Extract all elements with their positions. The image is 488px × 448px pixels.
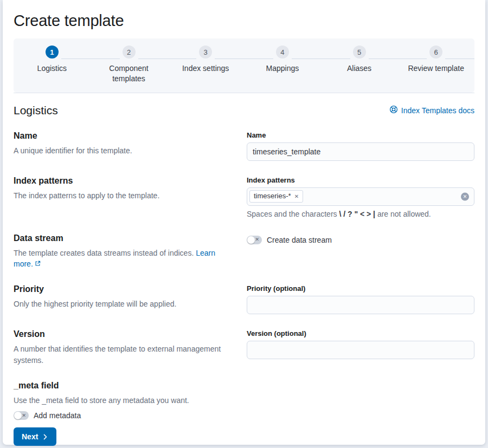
row-subtitle: The index patterns to apply to the templ… (14, 190, 234, 201)
stepper-divider (14, 93, 474, 93)
add-metadata-switch-row: ✕ Add metadata (14, 411, 234, 420)
row-title: _meta field (14, 381, 234, 391)
index-pattern-chip: timeseries-* ✕ (249, 190, 303, 203)
step-number-badge: 2 (123, 46, 136, 59)
help-prefix: Spaces and the characters (247, 210, 339, 218)
step-number-badge: 3 (199, 46, 212, 59)
description-text: The template creates data streams instea… (14, 249, 196, 257)
row-description: Data stream The template creates data st… (14, 233, 234, 270)
name-field-label: Name (247, 131, 474, 139)
page-title: Create template (14, 0, 474, 30)
help-suffix: are not allowed. (375, 210, 431, 218)
row-description: Version A number that identifies the tem… (14, 329, 234, 366)
toggle-knob (14, 412, 22, 419)
chip-remove-icon[interactable]: ✕ (294, 193, 299, 200)
step-number-badge: 1 (46, 46, 59, 59)
row-subtitle: Only the highest priority template will … (14, 298, 234, 309)
step-label: Aliases (347, 63, 371, 74)
toggle-off-icon: ✕ (22, 413, 26, 418)
add-metadata-toggle[interactable]: ✕ (14, 411, 29, 420)
help-disallowed-chars: \ / ? " < > | (339, 210, 375, 218)
index-patterns-help-text: Spaces and the characters \ / ? " < > | … (247, 210, 474, 218)
step-review-template: 6 Review template (397, 46, 474, 84)
form-row-data-stream: Data stream The template creates data st… (14, 233, 474, 270)
next-button[interactable]: Next (14, 427, 56, 446)
step-index-settings: 3 Index settings (167, 46, 244, 84)
form-row-meta: _meta field Use the _meta field to store… (14, 381, 474, 420)
row-subtitle: Use the _meta field to store any metadat… (14, 395, 234, 406)
step-mappings: 4 Mappings (244, 46, 321, 84)
row-description: _meta field Use the _meta field to store… (14, 381, 234, 420)
toggle-knob (247, 236, 255, 244)
toggle-label: Add metadata (34, 411, 81, 420)
row-title: Data stream (14, 233, 234, 243)
external-link-icon (35, 258, 41, 269)
create-data-stream-toggle[interactable]: ✕ (247, 236, 262, 244)
row-description: Name A unique identifier for this templa… (14, 131, 234, 156)
chip-label: timeseries-* (254, 192, 291, 201)
row-field: Name (247, 131, 474, 161)
index-templates-docs-link[interactable]: Index Templates docs (388, 105, 474, 115)
toggle-off-icon: ✕ (255, 237, 259, 242)
row-subtitle: The template creates data streams instea… (14, 248, 234, 270)
name-input[interactable] (247, 142, 474, 161)
section-title: Logistics (14, 104, 58, 117)
step-label: Index settings (182, 63, 229, 74)
form-row-index-patterns: Index patterns The index patterns to app… (14, 176, 474, 218)
row-title: Priority (14, 284, 234, 294)
life-buoy-icon (389, 105, 398, 115)
row-title: Name (14, 131, 234, 141)
row-field: Priority (optional) (247, 284, 474, 314)
form-row-name: Name A unique identifier for this templa… (14, 131, 474, 161)
priority-input[interactable] (247, 296, 474, 314)
form-row-version: Version A number that identifies the tem… (14, 329, 474, 366)
toggle-label: Create data stream (267, 236, 332, 244)
step-number-badge: 5 (353, 46, 366, 59)
row-description: Index patterns The index patterns to app… (14, 176, 234, 201)
create-template-card: Create template 1 Logistics 2 Component … (3, 0, 485, 445)
row-field: ✕ Create data stream (247, 233, 474, 244)
chevron-right-icon (42, 434, 48, 440)
row-subtitle: A unique identifier for this template. (14, 145, 234, 156)
docs-link-label: Index Templates docs (401, 106, 474, 115)
priority-field-label: Priority (optional) (247, 284, 474, 293)
wizard-stepper: 1 Logistics 2 Component templates 3 Inde… (14, 38, 474, 93)
row-description: Priority Only the highest priority templ… (14, 284, 234, 309)
step-label: Component templates (99, 63, 159, 84)
step-label: Review template (408, 63, 464, 74)
version-input[interactable] (247, 341, 474, 359)
row-field: Index patterns timeseries-* ✕ ✕ Spaces a… (247, 176, 474, 218)
clear-circle-icon[interactable]: ✕ (461, 192, 469, 200)
row-title: Version (14, 329, 234, 339)
index-patterns-combobox[interactable]: timeseries-* ✕ ✕ (247, 187, 474, 206)
version-field-label: Version (optional) (247, 329, 474, 337)
step-number-badge: 6 (429, 46, 442, 59)
step-logistics[interactable]: 1 Logistics (14, 46, 91, 84)
step-aliases: 5 Aliases (321, 46, 398, 84)
step-number-badge: 4 (276, 46, 289, 59)
section-header: Logistics Index Templates docs (14, 104, 474, 117)
step-component-templates: 2 Component templates (91, 46, 168, 84)
step-label: Mappings (266, 63, 299, 74)
create-data-stream-switch-row: ✕ Create data stream (247, 236, 474, 244)
row-title: Index patterns (14, 176, 234, 186)
form-row-priority: Priority Only the highest priority templ… (14, 284, 474, 314)
next-button-label: Next (22, 432, 38, 441)
row-field: Version (optional) (247, 329, 474, 359)
index-patterns-field-label: Index patterns (247, 176, 474, 184)
row-subtitle: A number that identifies the template to… (14, 343, 234, 366)
step-label: Logistics (37, 63, 67, 74)
